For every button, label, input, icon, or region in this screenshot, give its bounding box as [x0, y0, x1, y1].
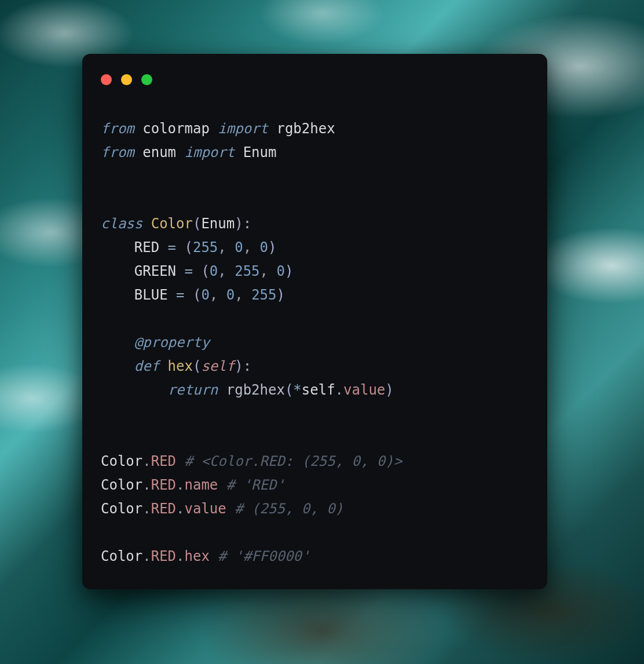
name-enum: Enum	[243, 144, 277, 160]
dot: .	[176, 501, 184, 517]
ref-color: Color	[101, 477, 142, 493]
dot: .	[142, 501, 151, 517]
close-icon[interactable]	[101, 74, 112, 85]
attr-hex: hex	[185, 548, 210, 564]
keyword-class: class	[101, 216, 142, 232]
paren: (	[193, 287, 201, 303]
attr-name: name	[185, 477, 218, 493]
attr-value: value	[343, 382, 385, 398]
ref-red: RED	[151, 453, 176, 469]
keyword-return: return	[168, 382, 218, 398]
code-window: from colormap import rgb2hex from enum i…	[82, 54, 547, 589]
ref-color: Color	[101, 453, 142, 469]
keyword-def: def	[134, 358, 159, 374]
num: 0	[235, 239, 243, 256]
paren: (	[193, 216, 201, 232]
comma: ,	[243, 239, 251, 256]
param-self: self	[201, 358, 235, 374]
member-blue: BLUE	[134, 287, 168, 303]
member-red: RED	[134, 239, 159, 256]
op-eq: =	[185, 263, 193, 279]
comma: ,	[260, 263, 268, 279]
dot: .	[335, 382, 343, 398]
keyword-import: import	[218, 121, 268, 137]
dot: .	[142, 477, 151, 493]
name-rgb2hex: rgb2hex	[276, 121, 335, 137]
ref-color: Color	[101, 548, 142, 564]
module-enum: enum	[142, 144, 176, 160]
traffic-lights	[82, 74, 547, 105]
operator-star: *	[293, 382, 301, 398]
maximize-icon[interactable]	[141, 74, 152, 85]
method-hex: hex	[168, 358, 193, 374]
minimize-icon[interactable]	[121, 74, 132, 85]
num: 0	[201, 287, 209, 303]
comma: ,	[210, 287, 218, 303]
num: 255	[251, 287, 276, 303]
paren: )	[285, 263, 293, 279]
paren: ):	[235, 358, 251, 374]
paren: )	[276, 287, 284, 303]
module-colormap: colormap	[142, 121, 210, 137]
attr-value: value	[185, 501, 226, 517]
paren: (	[193, 358, 201, 374]
dot: .	[142, 548, 151, 564]
paren: (	[285, 382, 293, 398]
comma: ,	[235, 287, 243, 303]
comma: ,	[218, 263, 226, 279]
paren: )	[385, 382, 393, 398]
num: 0	[226, 287, 235, 303]
ref-red: RED	[151, 501, 176, 517]
paren: )	[268, 239, 276, 256]
num: 255	[235, 263, 259, 279]
dot: .	[176, 477, 184, 493]
keyword-import: import	[185, 144, 235, 160]
num: 0	[210, 263, 218, 279]
ref-red: RED	[151, 548, 176, 564]
num: 0	[260, 239, 268, 256]
comment: # (255, 0, 0)	[235, 501, 343, 517]
ref-color: Color	[101, 501, 142, 517]
base-enum: Enum	[201, 216, 235, 232]
num: 0	[276, 263, 284, 279]
paren: (	[201, 263, 209, 279]
keyword-from: from	[101, 144, 134, 160]
dot: .	[142, 453, 151, 469]
self: self	[302, 382, 335, 398]
op-eq: =	[176, 287, 184, 303]
code-block: from colormap import rgb2hex from enum i…	[82, 105, 547, 580]
class-color: Color	[151, 216, 193, 232]
comma: ,	[218, 239, 226, 256]
comment: # '#FF0000'	[218, 548, 310, 564]
comment: # <Color.RED: (255, 0, 0)>	[185, 453, 402, 469]
member-green: GREEN	[134, 263, 176, 279]
op-eq: =	[168, 239, 176, 256]
keyword-from: from	[101, 121, 134, 137]
call-rgb2hex: rgb2hex	[226, 382, 285, 398]
paren: (	[185, 239, 193, 256]
ref-red: RED	[151, 477, 176, 493]
comment: # 'RED'	[226, 477, 285, 493]
paren: ):	[235, 216, 251, 232]
decorator-property: @property	[134, 334, 210, 351]
dot: .	[176, 548, 184, 564]
num: 255	[193, 239, 218, 256]
